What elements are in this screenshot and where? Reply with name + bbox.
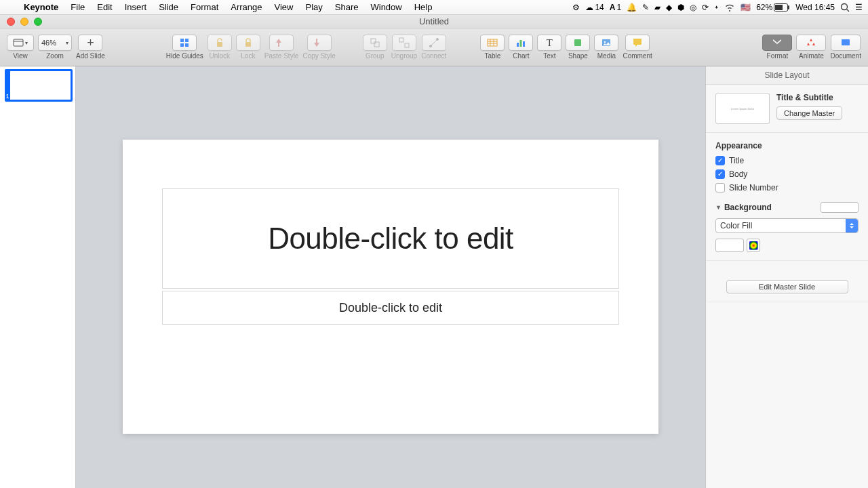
svg-rect-26: [520, 40, 522, 47]
unlock-button[interactable]: Unlock: [208, 35, 232, 60]
svg-rect-8: [185, 39, 189, 42]
slide-number-checkbox[interactable]: [715, 183, 725, 192]
text-button[interactable]: T Text: [537, 35, 561, 60]
app-menu[interactable]: Keynote: [18, 2, 64, 12]
background-label: Background: [724, 203, 772, 212]
background-swatch[interactable]: [821, 202, 859, 213]
svg-rect-9: [180, 43, 184, 47]
body-checkbox[interactable]: [715, 169, 725, 179]
status-icon-5[interactable]: ◎: [690, 3, 696, 12]
bluetooth-icon[interactable]: ᛭: [714, 3, 719, 12]
adobe-icon[interactable]: A 1: [610, 3, 621, 12]
svg-rect-14: [374, 42, 379, 47]
change-master-button[interactable]: Change Master: [776, 106, 842, 120]
menu-window[interactable]: Window: [364, 2, 408, 12]
animate-tab[interactable]: Animate: [796, 35, 826, 60]
svg-line-19: [431, 40, 437, 45]
svg-point-30: [604, 41, 606, 43]
window-zoom-button[interactable]: [34, 18, 42, 26]
menu-help[interactable]: Help: [408, 2, 439, 12]
svg-rect-11: [217, 42, 222, 47]
body-checkbox-label: Body: [729, 169, 747, 179]
status-icon-3[interactable]: ◆: [666, 3, 672, 12]
svg-rect-7: [180, 39, 184, 42]
copy-style-button[interactable]: Copy Style: [302, 35, 335, 60]
menu-slide[interactable]: Slide: [153, 2, 184, 12]
view-button[interactable]: ▾ View: [7, 35, 34, 60]
color-picker-button[interactable]: [747, 239, 760, 252]
svg-rect-12: [245, 42, 251, 47]
table-button[interactable]: Table: [480, 35, 505, 60]
status-icon-2[interactable]: ✎: [642, 3, 649, 12]
menu-edit[interactable]: Edit: [91, 2, 118, 12]
menu-format[interactable]: Format: [184, 2, 224, 12]
connect-button[interactable]: Connect: [421, 35, 446, 60]
slide-canvas[interactable]: Double-click to edit Double-click to edi…: [123, 140, 658, 434]
status-icon-4[interactable]: ⬢: [677, 3, 684, 12]
background-disclosure[interactable]: ▼: [715, 204, 722, 211]
master-name: Title & Subtitle: [776, 93, 859, 102]
svg-rect-5: [14, 39, 23, 46]
spotlight-icon[interactable]: [840, 3, 850, 12]
macos-menubar: Keynote File Edit Insert Slide Format Ar…: [0, 0, 868, 15]
menu-arrange[interactable]: Arrange: [224, 2, 268, 12]
slide-canvas-area: Double-click to edit Double-click to edi…: [76, 66, 705, 488]
slide-number-checkbox-label: Slide Number: [729, 183, 778, 192]
evernote-icon[interactable]: ▰: [654, 3, 660, 12]
svg-rect-10: [185, 43, 189, 47]
title-placeholder[interactable]: Double-click to edit: [162, 188, 619, 289]
sync-icon[interactable]: ⟳: [702, 3, 709, 12]
lock-button[interactable]: Lock: [236, 35, 260, 60]
edit-master-slide-button[interactable]: Edit Master Slide: [726, 280, 848, 293]
ungroup-button[interactable]: Ungroup: [391, 35, 417, 60]
shape-button[interactable]: Shape: [566, 35, 590, 60]
svg-point-3: [842, 3, 848, 9]
svg-rect-27: [523, 41, 525, 47]
hide-guides-button[interactable]: Hide Guides: [166, 35, 203, 60]
wifi-icon[interactable]: [724, 3, 735, 12]
status-icon[interactable]: ⚙: [572, 3, 580, 12]
svg-rect-25: [517, 43, 519, 47]
menu-insert[interactable]: Insert: [119, 2, 153, 12]
battery-status[interactable]: 62%: [756, 3, 790, 12]
svg-rect-20: [488, 39, 497, 46]
notification-center-icon[interactable]: ☰: [855, 3, 863, 12]
svg-rect-15: [399, 38, 403, 42]
fill-color-well[interactable]: [715, 239, 744, 252]
slide-navigator[interactable]: 1: [0, 66, 76, 488]
svg-rect-32: [842, 39, 850, 45]
notification-icon[interactable]: 🔔: [627, 3, 637, 12]
menu-play[interactable]: Play: [299, 2, 328, 12]
fill-type-select[interactable]: Color Fill: [715, 218, 859, 233]
chart-button[interactable]: Chart: [509, 35, 533, 60]
add-slide-button[interactable]: + Add Slide: [76, 35, 105, 60]
title-checkbox[interactable]: [715, 156, 725, 165]
menu-file[interactable]: File: [64, 2, 91, 12]
body-placeholder[interactable]: Double-click to edit: [162, 291, 619, 325]
window-minimize-button[interactable]: [20, 18, 28, 26]
zoom-dropdown[interactable]: 46% ▾ Zoom: [38, 35, 72, 60]
menu-share[interactable]: Share: [329, 2, 365, 12]
svg-rect-31: [633, 39, 642, 45]
comment-button[interactable]: Comment: [623, 35, 652, 60]
window-close-button[interactable]: [7, 18, 15, 26]
toolbar: ▾ View 46% ▾ Zoom + Add Slide Hide Guide…: [0, 28, 868, 66]
title-checkbox-label: Title: [729, 156, 744, 165]
master-thumbnail: Lorem Ipsum Dolor: [715, 93, 770, 124]
format-tab[interactable]: Format: [762, 35, 792, 60]
creative-cloud-icon[interactable]: ☁ 14: [585, 3, 604, 12]
menu-view[interactable]: View: [269, 2, 300, 12]
media-button[interactable]: Media: [594, 35, 618, 60]
svg-rect-28: [574, 39, 581, 46]
window-title: Untitled: [419, 16, 449, 26]
clock[interactable]: Wed 16:45: [795, 3, 835, 12]
svg-rect-13: [371, 39, 376, 43]
slide-thumbnail-1[interactable]: 1: [8, 69, 73, 102]
svg-rect-1: [775, 5, 783, 10]
document-tab[interactable]: Document: [830, 35, 861, 60]
input-flag[interactable]: 🇺🇸: [741, 3, 751, 12]
window-titlebar: Untitled: [0, 15, 868, 28]
paste-style-button[interactable]: Paste Style: [264, 35, 299, 60]
appearance-heading: Appearance: [715, 141, 859, 150]
group-button[interactable]: Group: [363, 35, 387, 60]
